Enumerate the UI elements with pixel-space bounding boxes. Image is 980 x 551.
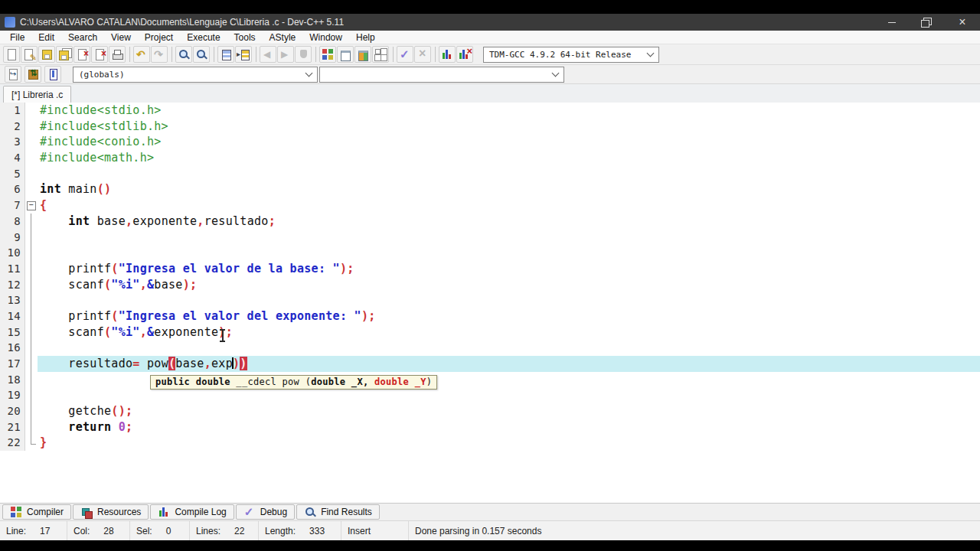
code-text[interactable]: #include<conio.h> [38,134,980,150]
code-text[interactable]: { [38,197,980,214]
status-label: Length: [265,526,296,536]
menu-view[interactable]: View [104,31,138,44]
minimize-icon[interactable] [885,16,899,28]
token-str: "Ingresa el valor de la base: " [119,262,340,276]
rebuild-all-button[interactable] [372,46,389,63]
code-text[interactable]: #include<stdio.h> [38,103,980,119]
code-text[interactable]: resultado= pow(base,exp)) [38,356,980,372]
code-editor[interactable]: 1#include<stdio.h>2#include<stdlib.h>3#i… [0,103,980,503]
report-tab-resources[interactable]: Resources [73,504,149,520]
code-line-19: 19 [0,387,980,403]
compiler-profile-dropdown[interactable]: TDM-GCC 4.9.2 64-bit Release [483,47,659,63]
fold-column [25,261,38,277]
swap-header-source-button[interactable] [24,66,41,83]
find-in-files-button[interactable] [193,46,210,63]
new-file-button[interactable] [3,46,20,63]
print-button[interactable] [109,46,126,63]
redo-button[interactable] [151,46,168,63]
token-punc: () [97,182,112,196]
code-text[interactable] [38,230,980,246]
close-all-button[interactable] [91,46,108,63]
menu-window[interactable]: Window [302,31,349,44]
abort-compilation-button[interactable] [414,46,431,63]
save-button[interactable] [38,46,55,63]
redo-icon [153,48,165,60]
run-icon [339,48,351,60]
compile-and-run-icon [357,48,369,60]
report-tab-label: Debug [260,507,287,517]
tab-libreria-c[interactable]: [*] Libreria .c [3,86,71,103]
close-button[interactable] [74,46,90,63]
menu-execute[interactable]: Execute [180,31,227,44]
report-tab-compiler[interactable]: Compiler [2,504,71,520]
code-text[interactable]: getche(); [38,403,980,419]
code-text[interactable] [38,340,980,356]
forward-button[interactable] [277,46,294,63]
status-cell: Insert [341,521,409,540]
menu-astyle[interactable]: AStyle [263,31,303,44]
run-button[interactable] [337,46,354,63]
code-line-2: 2#include<stdlib.h> [0,119,980,135]
code-text[interactable] [38,166,980,182]
fold-toggle-icon[interactable] [25,197,38,214]
code-text[interactable]: #include<stdlib.h> [38,119,980,135]
find-button[interactable] [175,46,192,63]
restore-icon[interactable] [920,16,934,28]
code-text[interactable] [38,387,980,403]
code-text[interactable] [38,245,980,261]
resources-icon [80,506,93,518]
menu-search[interactable]: Search [61,31,104,44]
scope-dropdown[interactable]: (globals) [73,67,318,83]
save-as-button[interactable] [56,46,73,63]
goto-definition-button[interactable] [44,66,61,83]
debug-icon [243,506,256,518]
open-file-button[interactable] [21,46,38,63]
menu-edit[interactable]: Edit [31,31,61,44]
menu-file[interactable]: File [3,31,31,44]
members-dropdown[interactable] [319,67,564,83]
back-icon [262,48,274,60]
code-text[interactable]: scanf("%i",&base); [38,277,980,293]
token-id: printf [40,309,111,323]
menu-project[interactable]: Project [138,31,180,44]
undo-button[interactable] [133,46,150,63]
code-text[interactable]: #include<math.h> [38,150,980,166]
delete-profiling-button[interactable] [456,46,473,63]
code-text[interactable]: } [38,435,980,451]
insert-snippet-button[interactable] [235,46,252,63]
goto-declaration-button[interactable] [5,66,21,83]
code-text[interactable]: printf("Ingresa el valor de la base: "); [38,261,980,277]
menu-tools[interactable]: Tools [227,31,263,44]
tooltip-text: double _Y [374,377,426,387]
token-kw: int [40,182,61,196]
menu-help[interactable]: Help [349,31,382,44]
token-punc: ); [340,262,354,276]
line-number: 21 [0,419,25,435]
debug-button[interactable] [397,46,413,63]
close-icon[interactable] [956,16,969,28]
token-punc: ); [361,309,376,323]
back-button[interactable] [260,46,276,63]
report-tab-find-results[interactable]: Find Results [296,504,380,520]
profile-button[interactable] [439,46,456,63]
line-number: 13 [0,292,25,308]
report-tab-debug[interactable]: Debug [236,504,295,520]
report-tab-compile-log[interactable]: Compile Log [150,504,234,520]
compile-and-run-button[interactable] [354,46,371,63]
code-text[interactable]: return 0; [38,419,980,435]
delete-profiling-icon [459,48,471,60]
code-text[interactable]: printf("Ingresa el valor del exponente: … [38,308,980,324]
abort-button[interactable] [295,46,312,63]
code-text[interactable]: int main() [38,181,980,197]
fold-column [25,292,38,308]
open-file-icon [23,48,35,60]
code-text[interactable]: scanf("%i",&exponente); [38,324,980,341]
goto-line-button[interactable] [217,46,234,63]
token-inc: #include<stdio.h> [40,103,162,117]
toolbar-separator [435,47,436,62]
code-text[interactable]: int base,exponente,resultado; [38,214,980,230]
compile-button[interactable] [319,46,336,63]
close-all-icon [93,48,106,60]
code-text[interactable] [38,292,980,308]
code-line-11: 11 printf("Ingresa el valor de la base: … [0,261,980,277]
